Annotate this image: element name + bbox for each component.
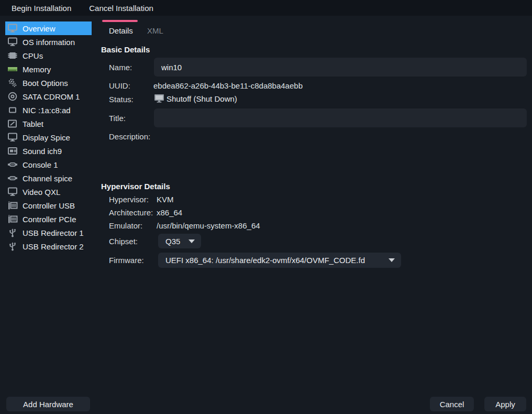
hardware-item-label: USB Redirector 1 bbox=[23, 228, 84, 237]
tab-details[interactable]: Details bbox=[109, 26, 133, 35]
disc-icon bbox=[7, 92, 18, 101]
sidebar-item-sound-ich9[interactable]: Sound ich9 bbox=[0, 144, 97, 158]
sidebar-item-cpus[interactable]: CPUs bbox=[0, 49, 97, 62]
monitor-icon bbox=[7, 37, 18, 47]
sidebar-item-display-spice[interactable]: Display Spice bbox=[0, 130, 97, 144]
triangle-down-icon bbox=[389, 258, 395, 262]
gears-icon bbox=[7, 78, 18, 88]
pcicard-icon bbox=[7, 201, 18, 210]
chipset-dropdown[interactable]: Q35 bbox=[158, 234, 201, 248]
hardware-item-label: OS information bbox=[23, 38, 75, 47]
add-hardware-button[interactable]: Add Hardware bbox=[6, 397, 90, 411]
hypervisor-details-heading: Hypervisor Details bbox=[101, 182, 170, 191]
firmware-dropdown[interactable]: UEFI x86_64: /usr/share/edk2-ovmf/x64/OV… bbox=[158, 253, 401, 268]
architecture-value: x86_64 bbox=[157, 208, 182, 217]
sidebar-item-controller-pcie[interactable]: Controller PCIe bbox=[0, 212, 97, 226]
sidebar-item-boot-options[interactable]: Boot Options bbox=[0, 76, 97, 90]
hardware-item-label: Video QXL bbox=[23, 188, 60, 197]
status-value-row: Shutoff (Shut Down) bbox=[154, 94, 237, 103]
cpu-icon bbox=[7, 51, 18, 60]
hardware-item-label: Tablet bbox=[23, 119, 43, 128]
sidebar-item-os-information[interactable]: OS information bbox=[0, 35, 97, 49]
cancel-installation-button[interactable]: Cancel Installation bbox=[83, 2, 160, 15]
hardware-item-label: NIC :1a:c8:ad bbox=[23, 106, 71, 115]
title-label: Title: bbox=[109, 114, 126, 123]
sidebar-item-nic-1a-c8-ad[interactable]: NIC :1a:c8:ad bbox=[0, 103, 97, 117]
serial-icon bbox=[7, 160, 18, 169]
pcicard-icon bbox=[7, 214, 18, 224]
description-input[interactable] bbox=[154, 131, 529, 176]
title-input[interactable] bbox=[154, 108, 527, 127]
usb-icon bbox=[7, 228, 18, 237]
sidebar-item-memory[interactable]: Memory bbox=[0, 62, 97, 76]
status-label: Status: bbox=[109, 95, 134, 104]
hardware-item-label: Controller USB bbox=[23, 201, 75, 210]
monitor-icon bbox=[7, 133, 18, 142]
hardware-item-label: Memory bbox=[23, 65, 51, 74]
usb-icon bbox=[7, 242, 18, 251]
sidebar-item-controller-usb[interactable]: Controller USB bbox=[0, 199, 97, 212]
monitor-icon bbox=[7, 24, 18, 33]
tablet-icon bbox=[7, 119, 18, 128]
firmware-selected-value: UEFI x86_64: /usr/share/edk2-ovmf/x64/OV… bbox=[158, 256, 365, 265]
sidebar-item-usb-redirector-2[interactable]: USB Redirector 2 bbox=[0, 239, 97, 253]
virt-manager-window: Begin Installation Cancel Installation O… bbox=[0, 0, 532, 414]
tab-xml[interactable]: XML bbox=[147, 26, 163, 35]
hardware-list: Overview OS information CPUs Memory Boot… bbox=[0, 21, 97, 253]
chipset-label: Chipset: bbox=[109, 237, 138, 246]
hardware-item-label: Channel spice bbox=[23, 174, 72, 183]
emulator-value: /usr/bin/qemu-system-x86_64 bbox=[157, 221, 260, 230]
chipset-selected-value: Q35 bbox=[158, 237, 180, 246]
sidebar-item-usb-redirector-1[interactable]: USB Redirector 1 bbox=[0, 226, 97, 239]
hardware-item-label: Console 1 bbox=[23, 160, 58, 169]
hardware-item-label: Controller PCIe bbox=[23, 215, 76, 224]
hardware-item-label: Sound ich9 bbox=[23, 147, 62, 156]
hardware-item-label: CPUs bbox=[23, 51, 43, 60]
name-input[interactable] bbox=[154, 58, 527, 77]
description-label: Description: bbox=[109, 132, 150, 141]
memory-icon bbox=[7, 64, 18, 74]
firmware-label: Firmware: bbox=[109, 256, 144, 265]
apply-button[interactable]: Apply bbox=[484, 397, 526, 411]
sidebar-item-sata-cdrom-1[interactable]: SATA CDROM 1 bbox=[0, 90, 97, 103]
toolbar: Begin Installation Cancel Installation bbox=[0, 0, 532, 16]
sidebar-item-console-1[interactable]: Console 1 bbox=[0, 158, 97, 171]
hardware-item-label: Boot Options bbox=[23, 79, 68, 88]
status-value: Shutoff (Shut Down) bbox=[167, 94, 237, 103]
cancel-button[interactable]: Cancel bbox=[430, 397, 474, 411]
uuid-value: ebdea862-a26b-44b3-be11-c8da8ba4aebb bbox=[153, 81, 303, 90]
hypervisor-value: KVM bbox=[157, 195, 174, 204]
hardware-item-label: Overview bbox=[23, 24, 56, 33]
sidebar-item-tablet[interactable]: Tablet bbox=[0, 117, 97, 130]
active-tab-indicator bbox=[102, 20, 138, 22]
sidebar-item-overview[interactable]: Overview bbox=[5, 21, 92, 35]
hardware-item-label: Display Spice bbox=[23, 133, 70, 142]
monitor-icon bbox=[154, 94, 164, 103]
serial-icon bbox=[7, 173, 18, 183]
sidebar-item-video-qxl[interactable]: Video QXL bbox=[0, 185, 97, 199]
hardware-item-label: USB Redirector 2 bbox=[23, 242, 84, 251]
hardware-item-label: SATA CDROM 1 bbox=[23, 92, 80, 101]
basic-details-heading: Basic Details bbox=[101, 45, 150, 54]
sidebar-item-channel-spice[interactable]: Channel spice bbox=[0, 171, 97, 185]
hypervisor-label: Hypervisor: bbox=[109, 195, 149, 204]
monitor-icon bbox=[7, 187, 18, 197]
name-label: Name: bbox=[109, 63, 132, 72]
begin-installation-button[interactable]: Begin Installation bbox=[5, 2, 77, 15]
soundcard-icon bbox=[7, 146, 18, 156]
uuid-label: UUID: bbox=[109, 81, 130, 90]
architecture-label: Architecture: bbox=[109, 208, 153, 217]
triangle-down-icon bbox=[189, 239, 195, 243]
nic-icon bbox=[7, 105, 18, 115]
emulator-label: Emulator: bbox=[109, 221, 142, 230]
